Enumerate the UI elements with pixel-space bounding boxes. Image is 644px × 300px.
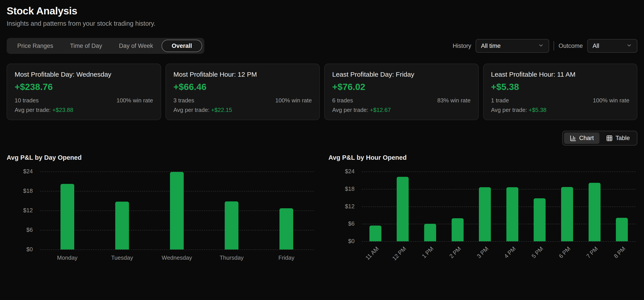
stat-card-value: +$76.02 <box>332 82 471 92</box>
stat-card-winrate: 100% win rate <box>275 97 312 104</box>
chevron-down-icon <box>626 42 632 49</box>
stat-card-trades: 1 trade <box>491 97 509 104</box>
chart-view-label: Chart <box>579 135 594 142</box>
stat-card-title: Most Profitable Hour: 12 PM <box>174 71 312 78</box>
page-header: Stock Analysis Insights and patterns fro… <box>7 5 637 27</box>
stat-card-meta: 1 trade 100% win rate <box>491 97 630 104</box>
x-axis-label-11-am: 11 AM <box>364 245 380 262</box>
stat-card-avg-label: Avg per trade: <box>332 106 368 113</box>
history-select-value: All time <box>481 42 500 50</box>
bar-monday <box>60 184 74 250</box>
outcome-select[interactable]: All <box>587 39 637 53</box>
stat-card-avg-value: +$5.38 <box>529 106 546 113</box>
stat-card-most-profitable-day: Most Profitable Day: Wednesday +$238.76 … <box>7 64 161 120</box>
stat-card-avg: Avg per trade: +$23.88 <box>15 106 153 114</box>
x-axis-label-wednesday: Wednesday <box>162 254 192 261</box>
tab-day-of-week[interactable]: Day of Week <box>110 40 162 52</box>
x-axis-label-tuesday: Tuesday <box>111 254 133 261</box>
y-tick-label: $0 <box>328 238 354 244</box>
table-view-label: Table <box>616 135 630 142</box>
stat-card-avg-label: Avg per trade: <box>15 106 51 113</box>
x-axis-label-6-pm: 6 PM <box>558 245 572 260</box>
y-tick-label: $18 <box>328 186 354 192</box>
tab-price-ranges[interactable]: Price Ranges <box>9 40 62 52</box>
gridline <box>40 250 314 250</box>
x-axis-label-1-pm: 1 PM <box>420 245 435 260</box>
bar-11-am <box>370 226 382 241</box>
stat-card-least-profitable-hour: Least Profitable Hour: 11 AM +$5.38 1 tr… <box>483 64 638 120</box>
bar-chart-icon <box>570 135 576 142</box>
y-tick-label: $12 <box>7 207 33 214</box>
bar-2-pm <box>452 218 464 241</box>
y-tick-label: $6 <box>7 226 33 233</box>
bar-12-pm <box>397 177 409 241</box>
x-axis-label-12-pm: 12 PM <box>391 245 408 262</box>
x-axis-label-monday: Monday <box>57 254 78 261</box>
filters: History All time Outcome All <box>452 39 637 53</box>
y-tick-label: $18 <box>7 188 33 194</box>
y-tick-label: $24 <box>7 168 33 175</box>
bar-7-pm <box>588 183 600 241</box>
table-view-button[interactable]: Table <box>600 132 636 144</box>
stat-card-avg-value: +$22.15 <box>211 106 232 113</box>
bar-3-pm <box>479 187 491 241</box>
stat-cards-row: Most Profitable Day: Wednesday +$238.76 … <box>7 64 637 120</box>
stat-card-avg-value: +$12.67 <box>370 106 391 113</box>
hour-chart-title: Avg P&L by Hour Opened <box>328 154 637 161</box>
tab-time-of-day[interactable]: Time of Day <box>62 40 110 52</box>
bar-wednesday <box>170 172 184 250</box>
bar-1-pm <box>424 224 436 241</box>
stat-card-value: +$238.76 <box>15 82 153 92</box>
controls-row: Price Ranges Time of Day Day of Week Ove… <box>7 38 637 54</box>
stat-card-winrate: 83% win rate <box>437 97 470 104</box>
stat-card-most-profitable-hour: Most Profitable Hour: 12 PM +$66.46 3 tr… <box>166 64 320 120</box>
x-axis-label-2-pm: 2 PM <box>448 245 462 260</box>
page-title: Stock Analysis <box>7 5 637 17</box>
stat-card-winrate: 100% win rate <box>116 97 153 104</box>
day-chart-plot: MondayTuesdayWednesdayThursdayFriday$0$6… <box>7 172 316 250</box>
plot-area: MondayTuesdayWednesdayThursdayFriday <box>40 172 314 250</box>
page-subtitle: Insights and patterns from your stock tr… <box>7 20 637 27</box>
charts-row: Avg P&L by Day Opened MondayTuesdayWedne… <box>7 154 637 250</box>
tab-overall[interactable]: Overall <box>162 40 202 52</box>
stat-card-meta: 3 trades 100% win rate <box>174 97 312 104</box>
chart-view-button[interactable]: Chart <box>564 132 600 144</box>
bar-5-pm <box>534 198 546 241</box>
stat-card-trades: 3 trades <box>174 97 194 104</box>
stat-card-avg-label: Avg per trade: <box>491 106 527 113</box>
y-tick-label: $24 <box>328 168 354 175</box>
gridline <box>362 241 636 242</box>
bar-tuesday <box>115 202 129 250</box>
x-axis-label-5-pm: 5 PM <box>530 245 544 260</box>
outcome-label: Outcome <box>558 42 583 50</box>
bar-thursday <box>225 202 238 250</box>
hour-chart-plot: 11 AM12 PM1 PM2 PM3 PM4 PM5 PM6 PM7 PM8 … <box>328 172 637 241</box>
plot-area: 11 AM12 PM1 PM2 PM3 PM4 PM5 PM6 PM7 PM8 … <box>362 172 636 241</box>
stat-card-trades: 10 trades <box>15 97 38 104</box>
x-axis-label-4-pm: 4 PM <box>503 245 517 260</box>
stat-card-least-profitable-day: Least Profitable Day: Friday +$76.02 6 t… <box>324 64 479 120</box>
stat-card-value: +$66.46 <box>174 82 312 92</box>
stat-card-title: Least Profitable Day: Friday <box>332 71 471 78</box>
bar-6-pm <box>561 187 573 241</box>
stock-analysis-page: Stock Analysis Insights and patterns fro… <box>0 0 644 300</box>
x-axis-label-thursday: Thursday <box>220 254 244 261</box>
outcome-select-value: All <box>592 42 599 50</box>
hour-chart-section: Avg P&L by Hour Opened 11 AM12 PM1 PM2 P… <box>328 154 637 250</box>
view-toggle-row: Chart Table <box>7 131 637 146</box>
y-tick-label: $6 <box>328 220 354 227</box>
stat-card-avg-label: Avg per trade: <box>174 106 210 113</box>
stat-card-meta: 6 trades 83% win rate <box>332 97 471 104</box>
y-tick-label: $0 <box>7 246 33 253</box>
view-toggle: Chart Table <box>562 131 637 146</box>
x-axis-label-8-pm: 8 PM <box>612 245 627 260</box>
bar-8-pm <box>616 218 628 241</box>
history-select[interactable]: All time <box>476 39 549 53</box>
stat-card-meta: 10 trades 100% win rate <box>15 97 153 104</box>
x-axis-label-friday: Friday <box>278 254 294 261</box>
table-icon <box>606 135 613 142</box>
history-label: History <box>452 42 471 50</box>
chevron-down-icon <box>538 42 544 49</box>
x-axis-label-3-pm: 3 PM <box>475 245 490 260</box>
analysis-tab-bar: Price Ranges Time of Day Day of Week Ove… <box>7 38 204 54</box>
